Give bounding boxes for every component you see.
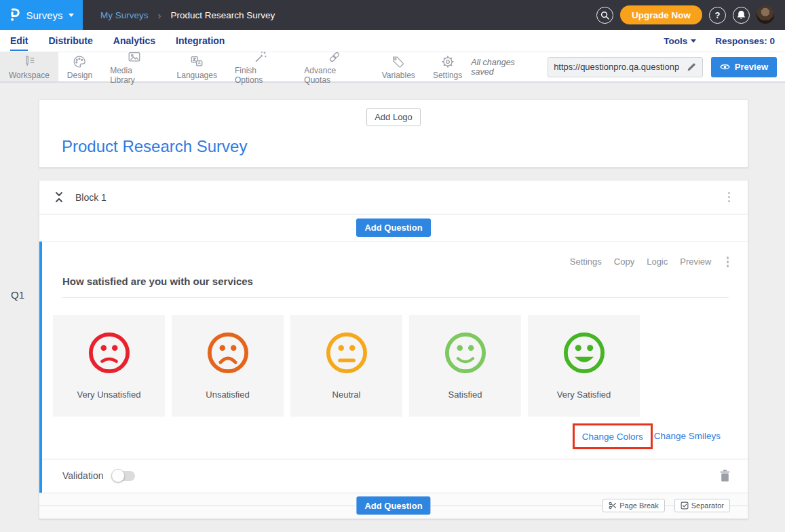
change-colors-link[interactable]: Change Colors [582, 432, 643, 442]
question-q1: Settings Copy Logic Preview How satisfie… [39, 242, 748, 493]
subnav-right: Tools Responses: 0 [664, 36, 775, 46]
toolbar-item-label: Settings [433, 71, 462, 80]
tools-menu-label: Tools [664, 36, 687, 46]
toolbar-item-workspace[interactable]: Workspace [0, 52, 58, 81]
survey-nav: Edit Distribute Analytics Integration To… [0, 30, 785, 52]
magic-wand-icon [253, 50, 268, 64]
block-footer: Add Question Page Break Separator [39, 493, 748, 518]
validation-row: Validation [42, 459, 748, 493]
survey-title[interactable]: Product Research Survey [62, 137, 247, 156]
smiley-options: Very Unsatisfied Unsatisfied Neutral [53, 315, 748, 417]
question-text[interactable]: How satisfied are you with our services [62, 276, 729, 298]
toolbar-item-label: Media Library [110, 66, 159, 85]
tab-integration[interactable]: Integration [176, 31, 225, 51]
svg-text:A: A [198, 60, 202, 65]
top-bar: Surveys My Surveys › Product Research Su… [0, 0, 785, 30]
toolbar-item-label: Finish Options [235, 66, 286, 85]
footer-right-buttons: Page Break Separator [602, 499, 730, 512]
toolbar-item-settings[interactable]: Settings [424, 52, 471, 81]
add-question-row-top: Add Question [39, 214, 748, 242]
tab-distribute[interactable]: Distribute [48, 31, 92, 51]
separator-button[interactable]: Separator [674, 499, 730, 512]
toolbar-item-advance-quotas[interactable]: Advance Quotas [295, 52, 372, 81]
smiley-option-unsatisfied[interactable]: Unsatisfied [172, 315, 284, 417]
question-menu-kebab-icon[interactable] [724, 254, 732, 270]
breadcrumb: My Surveys › Product Research Survey [100, 10, 275, 21]
smiley-option-satisfied[interactable]: Satisfied [409, 315, 521, 417]
satisfied-smiley-icon [444, 332, 486, 374]
question-actions: Settings Copy Logic Preview [42, 242, 748, 270]
toolbar-item-design[interactable]: Design [58, 52, 101, 81]
toolbar-item-languages[interactable]: A Languages [168, 52, 226, 81]
toolbar-item-media-library[interactable]: Media Library [101, 52, 168, 81]
breadcrumb-my-surveys[interactable]: My Surveys [100, 10, 149, 20]
image-icon [127, 50, 142, 64]
user-avatar[interactable] [757, 6, 774, 24]
question-copy-link[interactable]: Copy [614, 256, 634, 267]
delete-question-button[interactable] [720, 470, 730, 482]
toolbar-item-variables[interactable]: Variables [373, 52, 424, 81]
tab-analytics[interactable]: Analytics [113, 31, 155, 51]
survey-editor-body: Add Logo Product Research Survey Q1 Bloc… [0, 83, 785, 519]
collapse-block-icon[interactable] [54, 191, 64, 203]
eye-icon [720, 63, 730, 71]
page-break-button[interactable]: Page Break [602, 499, 664, 512]
unsatisfied-smiley-icon [207, 332, 249, 374]
change-smileys-link[interactable]: Change Smileys [654, 431, 721, 441]
option-label: Very Satisfied [557, 390, 611, 400]
edit-url-button[interactable] [682, 58, 702, 77]
survey-url-box: https://questionpro.qa.questionp [548, 57, 703, 77]
smiley-option-neutral[interactable]: Neutral [290, 315, 402, 417]
chevron-down-icon [69, 14, 74, 17]
help-button[interactable]: ? [709, 7, 726, 24]
toolbar-item-label: Design [67, 71, 92, 80]
product-switcher[interactable]: Surveys [0, 0, 83, 30]
block-card: Q1 Block 1 Add Question Settings Copy Lo… [39, 180, 748, 519]
validation-toggle[interactable] [112, 471, 135, 481]
save-status: All changes saved [471, 58, 539, 77]
question-preview-link[interactable]: Preview [680, 256, 711, 267]
topbar-actions: Upgrade Now ? [596, 5, 785, 24]
toolbar-item-label: Variables [382, 71, 415, 80]
preview-button-label: Preview [735, 62, 768, 72]
notifications-button[interactable] [733, 7, 750, 24]
scissors-icon [609, 501, 617, 510]
palette-icon [72, 54, 87, 69]
editor-toolbar: Workspace Design Media Library A Languag… [0, 52, 785, 83]
upgrade-now-button[interactable]: Upgrade Now [620, 5, 702, 24]
gear-icon [440, 54, 455, 69]
search-button[interactable] [596, 7, 613, 24]
option-label: Neutral [332, 390, 361, 400]
smiley-customize-links: Change Colors Change Smileys [42, 423, 721, 449]
checked-box-icon [681, 501, 689, 510]
question-settings-link[interactable]: Settings [570, 256, 602, 267]
questionpro-logo-icon [9, 7, 20, 23]
survey-url-input[interactable]: https://questionpro.qa.questionp [548, 62, 682, 72]
tab-edit[interactable]: Edit [10, 31, 28, 51]
validation-label: Validation [62, 470, 103, 481]
surveys-menu-label: Surveys [26, 10, 62, 21]
block-header: Block 1 [39, 180, 748, 214]
search-icon [600, 11, 609, 20]
trash-icon [720, 470, 730, 482]
block-menu-kebab-icon[interactable] [725, 189, 733, 206]
workspace-icon [22, 54, 37, 69]
smiley-option-very-unsatisfied[interactable]: Very Unsatisfied [53, 315, 165, 417]
chevron-down-icon [691, 39, 696, 43]
very-unsatisfied-smiley-icon [88, 332, 130, 374]
add-logo-button[interactable]: Add Logo [366, 108, 421, 126]
breadcrumb-current-survey: Product Research Survey [171, 10, 275, 20]
add-question-button-bottom[interactable]: Add Question [356, 497, 430, 515]
bell-icon [737, 10, 746, 20]
smiley-option-very-satisfied[interactable]: Very Satisfied [528, 315, 640, 417]
responses-count[interactable]: Responses: 0 [715, 36, 775, 46]
tools-menu[interactable]: Tools [664, 36, 696, 46]
translate-icon: A [189, 54, 204, 69]
separator-label: Separator [691, 501, 724, 510]
add-question-button-top[interactable]: Add Question [356, 218, 430, 237]
preview-button[interactable]: Preview [711, 57, 777, 77]
toolbar-item-finish-options[interactable]: Finish Options [226, 52, 295, 81]
question-logic-link[interactable]: Logic [647, 256, 668, 267]
option-label: Very Unsatisfied [77, 390, 141, 400]
block-title[interactable]: Block 1 [75, 192, 107, 203]
